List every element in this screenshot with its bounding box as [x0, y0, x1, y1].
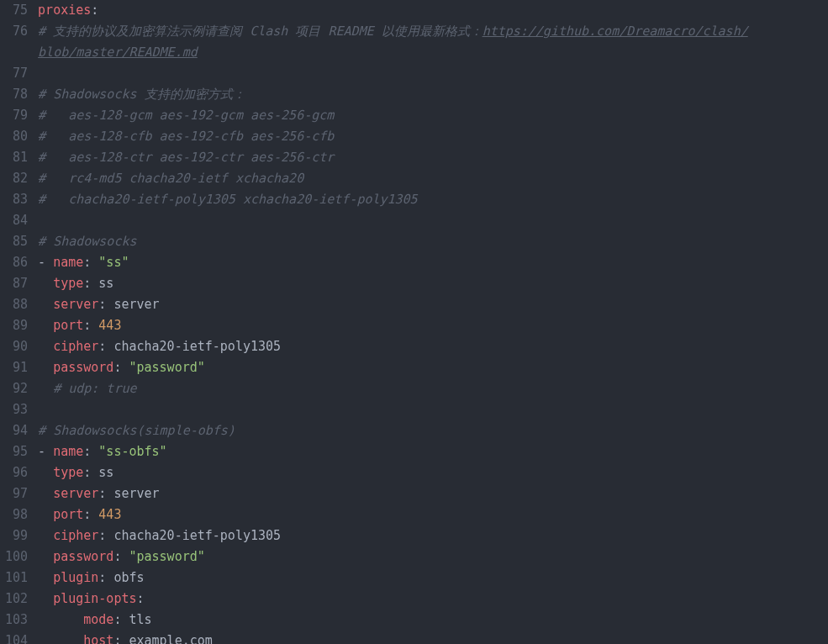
line-number: 99 — [5, 525, 28, 546]
code-line[interactable]: # chacha20-ietf-poly1305 xchacha20-ietf-… — [38, 189, 821, 210]
token: proxies — [38, 3, 91, 18]
line-number: 103 — [5, 610, 28, 631]
code-line[interactable] — [38, 63, 821, 84]
code-line[interactable]: type: ss — [38, 273, 821, 294]
indent — [38, 528, 53, 543]
line-number: 87 — [5, 273, 28, 294]
code-line[interactable]: password: "password" — [38, 546, 821, 567]
token: : — [98, 486, 113, 501]
token: : — [83, 465, 98, 480]
token: example.com — [129, 633, 212, 644]
code-line[interactable]: # aes-128-ctr aes-192-ctr aes-256-ctr — [38, 147, 821, 168]
code-line[interactable]: port: 443 — [38, 315, 821, 336]
token: - — [38, 444, 53, 459]
token: : — [113, 549, 129, 564]
code-line[interactable]: # udp: true — [38, 378, 821, 399]
line-number: 94 — [5, 420, 28, 441]
line-number: 79 — [5, 105, 28, 126]
code-line[interactable]: # Shadowsocks(simple-obfs) — [38, 420, 821, 441]
token: # udp: true — [53, 381, 136, 396]
code-line[interactable]: # Shadowsocks — [38, 231, 821, 252]
token: : — [113, 360, 129, 375]
indent — [38, 507, 53, 522]
code-line[interactable]: host: example.com — [38, 631, 821, 644]
code-line[interactable]: # aes-128-cfb aes-192-cfb aes-256-cfb — [38, 126, 821, 147]
token: : — [91, 3, 98, 18]
token: # aes-128-gcm aes-192-gcm aes-256-gcm — [38, 108, 334, 123]
line-number: 82 — [5, 168, 28, 189]
token: : — [98, 297, 113, 312]
token: : — [137, 591, 145, 606]
token: : — [113, 633, 129, 644]
code-line[interactable]: # rc4-md5 chacha20-ietf xchacha20 — [38, 168, 821, 189]
token: # chacha20-ietf-poly1305 xchacha20-ietf-… — [38, 192, 418, 207]
indent — [38, 612, 83, 627]
code-line[interactable]: type: ss — [38, 462, 821, 483]
token: server — [113, 486, 159, 501]
code-line[interactable]: - name: "ss-obfs" — [38, 441, 821, 462]
indent — [38, 276, 53, 291]
code-editor[interactable]: 7576777879808182838485868788899091929394… — [0, 0, 828, 644]
code-line[interactable]: port: 443 — [38, 504, 821, 525]
code-line[interactable]: - name: "ss" — [38, 252, 821, 273]
code-line[interactable]: server: server — [38, 483, 821, 504]
code-line[interactable]: mode: tls — [38, 610, 821, 631]
token: password — [53, 360, 113, 375]
token: : — [83, 444, 98, 459]
line-number: 102 — [5, 589, 28, 610]
indent — [38, 486, 53, 501]
token: obfs — [113, 570, 144, 585]
token: # rc4-md5 chacha20-ietf xchacha20 — [38, 171, 303, 186]
line-number: 104 — [5, 631, 28, 644]
line-number: 78 — [5, 84, 28, 105]
line-number: 80 — [5, 126, 28, 147]
code-line[interactable]: # Shadowsocks 支持的加密方式： — [38, 84, 821, 105]
code-line[interactable]: # 支持的协议及加密算法示例请查阅 Clash 项目 README 以使用最新格… — [38, 21, 821, 42]
indent — [38, 465, 53, 480]
token: # 支持的协议及加密算法示例请查阅 Clash 项目 README 以使用最新格… — [38, 24, 483, 39]
token[interactable]: blob/master/README.md — [38, 45, 198, 60]
code-line[interactable]: plugin-opts: — [38, 589, 821, 610]
code-line[interactable]: server: server — [38, 294, 821, 315]
code-line[interactable]: # aes-128-gcm aes-192-gcm aes-256-gcm — [38, 105, 821, 126]
code-line[interactable]: cipher: chacha20-ietf-poly1305 — [38, 525, 821, 546]
token: # aes-128-ctr aes-192-ctr aes-256-ctr — [38, 150, 334, 165]
code-line[interactable] — [38, 399, 821, 420]
token: cipher — [53, 528, 98, 543]
code-area[interactable]: proxies:# 支持的协议及加密算法示例请查阅 Clash 项目 READM… — [38, 0, 828, 644]
token: chacha20-ietf-poly1305 — [113, 339, 281, 354]
indent — [38, 360, 53, 375]
line-number: 95 — [5, 441, 28, 462]
indent — [38, 633, 83, 644]
token: server — [53, 297, 98, 312]
token: "ss-obfs" — [98, 444, 166, 459]
line-number: 100 — [5, 546, 28, 567]
code-line[interactable]: cipher: chacha20-ietf-poly1305 — [38, 336, 821, 357]
token: : — [98, 570, 113, 585]
token: name — [53, 444, 83, 459]
token: 443 — [98, 507, 121, 522]
code-line[interactable]: password: "password" — [38, 357, 821, 378]
token: : — [98, 528, 113, 543]
token: ss — [98, 465, 113, 480]
line-number: 84 — [5, 210, 28, 231]
line-number: 97 — [5, 483, 28, 504]
code-line[interactable]: blob/master/README.md — [38, 42, 821, 63]
line-number: 76 — [5, 21, 28, 42]
line-number: 93 — [5, 399, 28, 420]
token[interactable]: https://github.com/Dreamacro/clash/ — [483, 24, 748, 39]
token: port — [53, 318, 83, 333]
code-line[interactable]: plugin: obfs — [38, 567, 821, 589]
line-number: 89 — [5, 315, 28, 336]
token: tls — [129, 612, 151, 627]
token: type — [53, 276, 83, 291]
token: : — [113, 612, 129, 627]
code-line[interactable]: proxies: — [38, 0, 821, 21]
token: : — [83, 318, 98, 333]
line-number-gutter: 7576777879808182838485868788899091929394… — [0, 0, 38, 644]
token: "ss" — [98, 255, 129, 270]
token: port — [53, 507, 83, 522]
code-line[interactable] — [38, 210, 821, 231]
indent — [38, 381, 53, 396]
line-number: 92 — [5, 378, 28, 399]
